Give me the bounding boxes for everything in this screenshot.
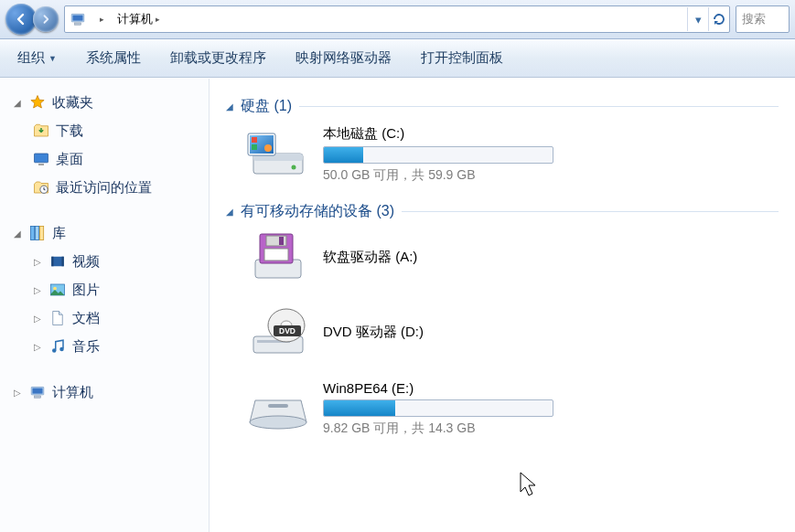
svg-point-38 — [250, 416, 306, 429]
back-button[interactable] — [5, 4, 37, 35]
libraries-icon — [28, 224, 47, 242]
svg-point-15 — [59, 347, 64, 352]
dvd-icon: DVD — [246, 305, 310, 358]
svg-point-21 — [292, 165, 296, 170]
expand-icon[interactable]: ▷ — [12, 388, 23, 398]
folder-download-icon — [32, 122, 50, 140]
expand-icon[interactable]: ▷ — [32, 314, 43, 324]
toolbar-system-properties[interactable]: 系统属性 — [80, 47, 147, 69]
address-dropdown[interactable]: ▾ — [687, 7, 708, 31]
sidebar-item-desktop[interactable]: 桌面 — [7, 145, 209, 173]
recent-icon — [32, 178, 50, 197]
search-placeholder: 搜索 — [742, 11, 766, 27]
drive-label: 软盘驱动器 (A:) — [323, 249, 417, 266]
expand-icon[interactable]: ▷ — [32, 257, 43, 267]
sidebar-item-documents[interactable]: ▷ 文档 — [7, 304, 209, 332]
svg-rect-25 — [252, 137, 257, 143]
svg-rect-30 — [279, 237, 284, 245]
group-header-removable[interactable]: ◢ 有可移动存储的设备 (3) — [226, 202, 779, 221]
toolbar-open-control-panel[interactable]: 打开控制面板 — [414, 47, 510, 69]
content-pane: ◢ 硬盘 (1) — [209, 79, 795, 532]
svg-rect-18 — [35, 396, 41, 398]
drive-usage-bar — [323, 146, 553, 164]
sidebar: ◢ 收藏夹 下载 桌面 — [0, 79, 209, 532]
toolbar-uninstall-program[interactable]: 卸载或更改程序 — [164, 47, 273, 69]
sidebar-item-pictures[interactable]: ▷ 图片 — [7, 276, 209, 303]
desktop-icon — [32, 150, 50, 168]
svg-rect-10 — [51, 257, 53, 267]
svg-point-14 — [52, 348, 57, 353]
svg-rect-17 — [32, 388, 42, 394]
breadcrumb-box[interactable]: ▸ 计算机 ▸ ▾ — [64, 5, 730, 33]
computer-icon — [69, 10, 87, 28]
search-input[interactable]: 搜索 — [736, 5, 790, 33]
drive-usage-text: 50.0 GB 可用，共 59.9 GB — [323, 167, 553, 184]
svg-rect-2 — [75, 23, 81, 25]
svg-rect-26 — [252, 144, 257, 150]
drive-usage-text: 9.82 GB 可用，共 14.3 GB — [323, 420, 553, 437]
music-icon — [48, 337, 67, 356]
sidebar-computer[interactable]: ▷ 计算机 — [7, 378, 209, 406]
drive-label: DVD 驱动器 (D:) — [323, 324, 424, 341]
removable-disk-icon — [246, 382, 310, 435]
sidebar-item-music[interactable]: ▷ 音乐 — [7, 333, 209, 360]
breadcrumb-label: 计算机 — [117, 11, 153, 27]
drive-label: 本地磁盘 (C:) — [323, 125, 553, 143]
svg-point-24 — [264, 144, 272, 152]
collapse-icon[interactable]: ◢ — [226, 207, 233, 217]
svg-rect-31 — [264, 249, 288, 261]
svg-rect-1 — [72, 16, 82, 21]
svg-rect-4 — [38, 164, 44, 165]
svg-rect-11 — [62, 257, 64, 267]
drive-label: Win8PE64 (E:) — [323, 380, 553, 396]
svg-rect-7 — [36, 227, 39, 240]
svg-rect-39 — [268, 404, 288, 408]
toolbar-organize[interactable]: 组织▼ — [11, 47, 63, 69]
breadcrumb-computer[interactable]: 计算机 ▸ — [111, 6, 167, 32]
star-icon — [28, 93, 47, 112]
forward-button[interactable] — [33, 6, 59, 32]
drive-usage-bar — [323, 399, 553, 417]
svg-rect-6 — [31, 227, 35, 240]
group-header-hdd[interactable]: ◢ 硬盘 (1) — [226, 97, 779, 116]
svg-point-13 — [53, 287, 57, 291]
drive-e[interactable]: Win8PE64 (E:) 9.82 GB 可用，共 14.3 GB — [246, 380, 539, 437]
sidebar-item-videos[interactable]: ▷ 视频 — [7, 248, 209, 275]
documents-icon — [48, 309, 67, 327]
collapse-icon[interactable]: ◢ — [12, 98, 23, 108]
toolbar: 组织▼ 系统属性 卸载或更改程序 映射网络驱动器 打开控制面板 — [0, 39, 795, 78]
floppy-icon — [246, 230, 310, 283]
pictures-icon — [48, 281, 67, 299]
svg-text:DVD: DVD — [279, 326, 295, 335]
svg-rect-3 — [35, 154, 48, 163]
sidebar-item-downloads[interactable]: 下载 — [7, 117, 209, 144]
expand-icon[interactable]: ▷ — [32, 342, 43, 352]
refresh-button[interactable] — [708, 7, 729, 31]
svg-rect-8 — [40, 227, 44, 240]
drive-a[interactable]: 软盘驱动器 (A:) — [246, 230, 539, 283]
drive-c[interactable]: 本地磁盘 (C:) 50.0 GB 可用，共 59.9 GB — [246, 125, 539, 184]
hdd-icon — [246, 128, 310, 181]
drive-d[interactable]: DVD DVD 驱动器 (D:) — [246, 305, 447, 358]
address-bar: ▸ 计算机 ▸ ▾ 搜索 — [0, 0, 795, 39]
sidebar-item-recent[interactable]: 最近访问的位置 — [7, 174, 209, 201]
breadcrumb-root[interactable]: ▸ — [91, 6, 111, 32]
collapse-icon[interactable]: ◢ — [226, 101, 233, 112]
toolbar-map-network-drive[interactable]: 映射网络驱动器 — [289, 47, 398, 69]
collapse-icon[interactable]: ◢ — [12, 229, 23, 239]
expand-icon[interactable]: ▷ — [32, 285, 43, 295]
sidebar-libraries[interactable]: ◢ 库 — [7, 219, 209, 247]
video-icon — [48, 252, 67, 271]
sidebar-favorites[interactable]: ◢ 收藏夹 — [7, 89, 209, 116]
computer-icon — [28, 383, 47, 401]
